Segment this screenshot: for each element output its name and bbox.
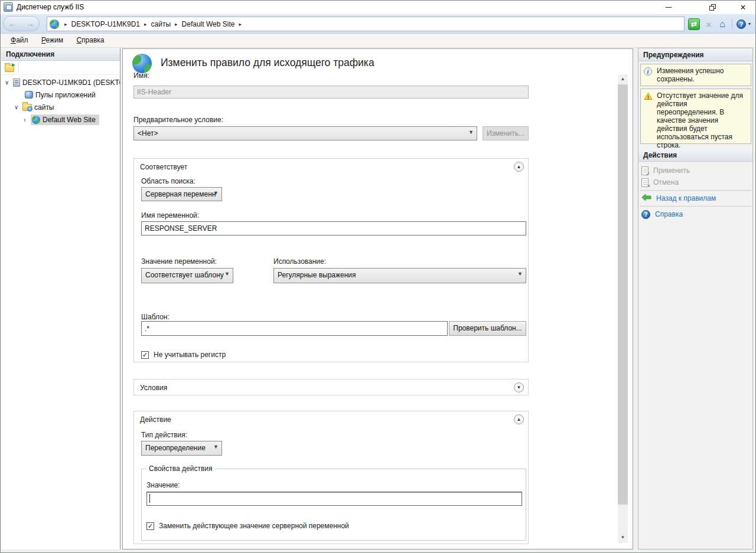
action-section-title: Действие [140, 415, 171, 424]
minimize-button[interactable] [655, 1, 682, 14]
conditions-section-title: Условия [140, 384, 167, 392]
precondition-label: Предварительное условие: [133, 116, 223, 124]
tree-item-server[interactable]: ∨ DESKTOP-U1MK9D1 (DESKTOI [1, 76, 120, 89]
action-section: Действие ▲ Тип действия: Переопределение… [133, 411, 529, 544]
value-input[interactable] [146, 492, 522, 506]
actions-header: Действия [638, 149, 752, 162]
help-icon: ? [737, 19, 746, 29]
replace-label: Заменить действующее значение серверной … [159, 522, 349, 530]
back-icon[interactable]: ← [8, 19, 17, 28]
cancel-label: Отмена [653, 178, 679, 186]
right-panel: Предупреждения i Изменения успешно сохра… [638, 48, 753, 549]
create-connection-icon[interactable] [5, 65, 14, 72]
refresh-icon: ⇄ [691, 20, 697, 28]
connections-panel: Подключения ∨ DESKTOP-U1MK9D1 (DESKTOI П… [1, 48, 120, 549]
test-pattern-button[interactable]: Проверить шаблон... [449, 321, 526, 336]
ignore-case-label: Не учитывать регистр [154, 351, 226, 359]
pattern-label: Шаблон: [141, 313, 170, 321]
breadcrumb-item-default-web-site[interactable]: Default Web Site [182, 20, 235, 28]
collapse-icon[interactable]: ∨ [5, 79, 12, 86]
precondition-select[interactable]: <Нет> ▼ [133, 126, 477, 140]
checkbox-checked-icon[interactable]: ✓ [141, 351, 149, 359]
checkbox-checked-icon[interactable]: ✓ [146, 522, 154, 530]
stop-icon: × [706, 19, 712, 30]
breadcrumb: ▸ DESKTOP-U1MK9D1 ▸ сайты ▸ Default Web … [47, 17, 685, 31]
connections-tree: ∨ DESKTOP-U1MK9D1 (DESKTOI Пулы приложен… [1, 76, 120, 126]
globe-icon [50, 19, 59, 29]
menu-file[interactable]: Файл [5, 34, 34, 44]
stop-button: × [703, 18, 715, 30]
variable-value-select[interactable]: Соответствует шаблону ▼ [141, 268, 233, 283]
expand-icon[interactable]: › [24, 116, 31, 124]
scroll-down-icon[interactable]: ▼ [618, 533, 628, 543]
scroll-up-icon[interactable]: ▲ [618, 74, 628, 84]
action-properties-group: Свойства действия Значение: ✓ Заменить д… [141, 469, 526, 541]
breadcrumb-item-server[interactable]: DESKTOP-U1MK9D1 [71, 20, 140, 28]
toolbar-separator [732, 19, 732, 30]
connections-header: Подключения [1, 48, 120, 61]
breadcrumb-arrow-icon[interactable]: ▸ [144, 21, 147, 27]
site-globe-icon [32, 116, 40, 124]
connections-toolbar [1, 61, 120, 75]
separator [640, 206, 751, 207]
help-link[interactable]: Справка [655, 210, 683, 218]
help-button[interactable]: ? [735, 18, 747, 30]
info-alert: i Изменения успешно сохранены. [640, 64, 751, 86]
pattern-input[interactable] [141, 321, 448, 336]
info-alert-text: Изменения успешно сохранены. [657, 67, 724, 83]
usage-select[interactable]: Регулярные выражения ▼ [273, 268, 526, 283]
help-action[interactable]: ? Справка [641, 208, 683, 220]
variable-name-input[interactable] [141, 221, 526, 235]
action-type-select[interactable]: Переопределение ▼ [141, 441, 222, 456]
collapse-section-button[interactable]: ▲ [514, 162, 524, 172]
forward-icon[interactable]: → [26, 19, 34, 28]
cancel-action: × Отмена [641, 176, 679, 188]
restore-button[interactable] [699, 1, 726, 14]
menu-help[interactable]: Справка [71, 34, 109, 44]
back-arrow-icon [641, 194, 651, 203]
chevron-up-icon: ▲ [517, 164, 522, 169]
ignore-case-checkbox-row[interactable]: ✓ Не учитывать регистр [141, 351, 226, 359]
breadcrumb-arrow-icon[interactable]: ▸ [175, 21, 178, 27]
separator [640, 190, 751, 191]
collapse-icon[interactable]: ∨ [14, 104, 21, 110]
application-pools-icon [25, 91, 33, 99]
chevron-down-icon: ▼ [213, 444, 219, 450]
warnings-header: Предупреждения [638, 48, 752, 61]
variable-name-label: Имя переменной: [141, 211, 199, 220]
back-to-rules-link[interactable]: Назад к правилам [656, 194, 716, 202]
back-to-rules-action[interactable]: Назад к правилам [641, 192, 716, 204]
minimize-icon [666, 7, 672, 8]
selected-tree-item[interactable]: Default Web Site [31, 114, 99, 125]
refresh-button[interactable]: ⇄ [688, 18, 700, 30]
warning-icon: ! [644, 92, 653, 102]
usage-label: Использование: [273, 257, 326, 266]
breadcrumb-arrow-icon[interactable]: ▸ [64, 21, 67, 27]
breadcrumb-item-sites[interactable]: сайты [151, 20, 171, 28]
tree-item-default-web-site[interactable]: › Default Web Site [1, 113, 120, 126]
tree-item-sites[interactable]: ∨ сайты [1, 101, 120, 113]
collapse-section-button[interactable]: ▲ [514, 414, 524, 424]
help-dropdown-icon[interactable]: ▾ [748, 21, 751, 27]
expand-section-button[interactable]: ▼ [514, 382, 524, 392]
tree-item-app-pools[interactable]: Пулы приложений [1, 89, 120, 101]
menu-view[interactable]: Режим [36, 34, 69, 44]
action-properties-title: Свойства действия [146, 464, 214, 473]
restore-icon [709, 4, 716, 11]
nav-buttons: ← → [3, 16, 40, 31]
scrollbar-thumb[interactable] [618, 84, 628, 505]
replace-checkbox-row[interactable]: ✓ Заменить действующее значение серверно… [146, 522, 349, 530]
close-button[interactable]: × [729, 1, 756, 14]
text-caret [149, 494, 150, 503]
close-icon: × [740, 4, 745, 12]
apply-icon: ✓ [641, 166, 649, 175]
breadcrumb-arrow-icon[interactable]: ▸ [239, 21, 242, 27]
page-globe-icon [132, 54, 152, 73]
chevron-down-icon: ▼ [517, 385, 522, 390]
conditions-section: Условия ▼ [133, 379, 529, 395]
vertical-scrollbar[interactable]: ▲ ▼ [618, 74, 628, 543]
scope-select[interactable]: Серверная переменн ▼ [141, 187, 222, 201]
title-bar: Диспетчер служб IIS × [1, 1, 755, 14]
home-button[interactable]: ⌂ [716, 18, 728, 30]
match-section: Соответствует ▲ Область поиска: Серверна… [133, 158, 529, 362]
